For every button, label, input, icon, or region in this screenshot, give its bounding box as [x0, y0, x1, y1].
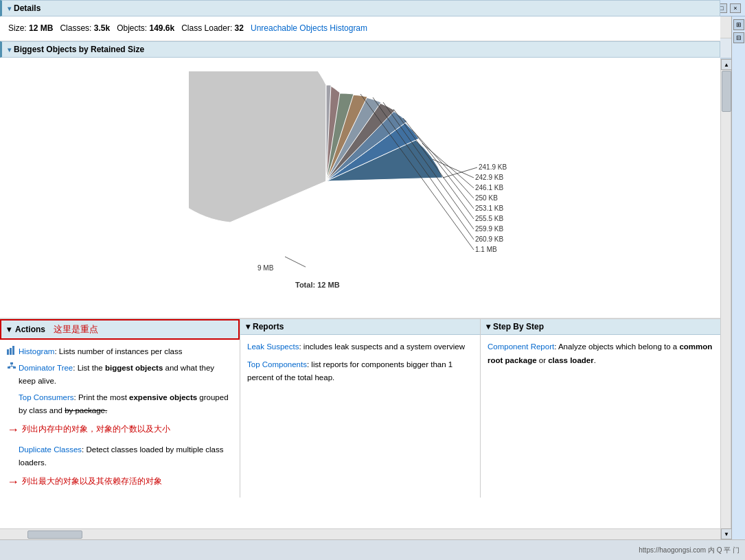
scroll-down-button[interactable]: ▼ [721, 528, 732, 539]
actions-header: ▾ Actions 这里是重点 [0, 319, 240, 340]
steps-panel: ▾ Step By Step Component Report: Analyze… [481, 319, 720, 498]
steps-arrow[interactable]: ▾ [486, 322, 490, 331]
steps-label: Step By Step [493, 322, 544, 331]
objects-label: Objects: [117, 23, 147, 33]
top-consumers-link[interactable]: Top Consumers [19, 393, 74, 401]
dominator-tree-link[interactable]: Dominator Tree [19, 364, 73, 372]
chart-header: ▾ Biggest Objects by Retained Size [0, 41, 720, 58]
close-button[interactable]: × [730, 3, 741, 13]
svg-text:242.9 KB: 242.9 KB [475, 174, 503, 181]
scroll-up-button[interactable]: ▲ [721, 59, 732, 70]
duplicate-classes-link[interactable]: Duplicate Classes [19, 445, 82, 454]
svg-rect-28 [13, 366, 16, 369]
pie-svg: 241.9 KB 242.9 KB 246.1 KB 250 KB 253.1 … [189, 71, 532, 291]
details-header: ▾ Details [0, 0, 720, 16]
svg-text:246.1 KB: 246.1 KB [475, 184, 503, 191]
classes-value: 3.5k [94, 23, 110, 33]
details-header-label: Details [14, 3, 41, 13]
steps-header: ▾ Step By Step [481, 319, 720, 335]
app-window: i dump.dat − □ × ℹ 📊 ⊞ OQL ⚙ ◀▾ ▶▾ 🔍 ℹ O… [0, 0, 745, 560]
vertical-scrollbar[interactable]: ▲ ▼ [720, 59, 731, 539]
report-item-topcomponents: Top Components: list reports for compone… [247, 358, 473, 385]
step-item-component-report: Component Report: Analyze objects which … [488, 340, 713, 367]
objects-value: 149.6k [149, 23, 174, 33]
unreachable-objects-link[interactable]: Unreachable Objects Histogram [251, 23, 367, 33]
pie-chart: 241.9 KB 242.9 KB 246.1 KB 250 KB 253.1 … [189, 71, 532, 291]
reports-label: Reports [253, 322, 284, 331]
svg-text:9 MB: 9 MB [257, 264, 274, 272]
annotation-arrow-1: → 列出内存中的对象，对象的个数以及大小 [7, 419, 233, 441]
chart-section: 241.9 KB 242.9 KB 246.1 KB 250 KB 253.1 … [0, 58, 720, 318]
svg-text:260.9 KB: 260.9 KB [475, 235, 503, 243]
chart-header-label: Biggest Objects by Retained Size [14, 45, 144, 54]
horizontal-scroll-thumb[interactable] [27, 530, 82, 539]
red-arrow-2: → [7, 471, 19, 493]
svg-line-18 [285, 257, 306, 267]
action-item-topconsumers: Top Consumers: Print the most expensive … [7, 391, 233, 418]
svg-text:259.9 KB: 259.9 KB [475, 225, 503, 233]
chart-arrow[interactable]: ▾ [8, 46, 11, 54]
details-content: Size: 12 MB Classes: 3.5k Objects: 149.6… [0, 16, 720, 41]
dominator-tree-icon [7, 362, 16, 371]
reports-arrow[interactable]: ▾ [246, 322, 250, 331]
reports-content: Leak Suspects: includes leak suspects an… [240, 335, 480, 390]
annotation-text-2: 列出最大的对象以及其依赖存活的对象 [22, 475, 162, 489]
component-report-link[interactable]: Component Report [488, 342, 554, 351]
report-item-leak: Leak Suspects: includes leak suspects an… [247, 340, 473, 354]
classloader-label: Class Loader: [181, 23, 232, 33]
main-content: ▾ Details Size: 12 MB Classes: 3.5k Obje… [0, 0, 720, 539]
actions-annotation: 这里是重点 [54, 323, 98, 336]
svg-text:250 KB: 250 KB [475, 194, 498, 202]
size-label: Size: [8, 23, 27, 33]
classes-label: Classes: [60, 23, 91, 33]
action-item-duplicates: Duplicate Classes: Detect classes loaded… [7, 443, 233, 470]
right-sidebar: ⊞ ⊟ [731, 16, 745, 560]
scroll-thumb[interactable] [722, 71, 731, 112]
statusbar-right: https://haogongsi.com 内 Q 平 门 [639, 546, 740, 555]
svg-rect-24 [10, 362, 13, 364]
svg-text:Total:  12 MB: Total: 12 MB [295, 281, 340, 289]
leak-suspects-link[interactable]: Leak Suspects [247, 342, 299, 351]
svg-rect-22 [10, 348, 12, 355]
top-components-link[interactable]: Top Components [247, 360, 307, 369]
histogram-bar-icon [7, 346, 16, 355]
actions-panel: ▾ Actions 这里是重点 Histogram: Lists number … [0, 319, 240, 498]
annotation-text-1: 列出内存中的对象，对象的个数以及大小 [22, 423, 170, 436]
action-item-dominator: Dominator Tree: List the biggest objects… [7, 362, 233, 388]
svg-rect-23 [12, 346, 14, 355]
steps-content: Component Report: Analyze objects which … [481, 335, 720, 373]
svg-text:241.9 KB: 241.9 KB [479, 163, 507, 171]
svg-rect-27 [8, 366, 10, 369]
histogram-link[interactable]: Histogram [19, 347, 54, 355]
svg-text:253.1 KB: 253.1 KB [475, 205, 503, 212]
svg-rect-21 [7, 349, 9, 355]
svg-text:1.1 MB: 1.1 MB [475, 246, 497, 253]
sidebar-btn-1[interactable]: ⊞ [733, 19, 744, 30]
reports-header: ▾ Reports [240, 319, 480, 335]
actions-content: Histogram: Lists number of instances per… [0, 340, 240, 498]
reports-panel: ▾ Reports Leak Suspects: includes leak s… [240, 319, 481, 498]
size-value: 12 MB [29, 23, 53, 33]
bottom-panels: ▾ Actions 这里是重点 Histogram: Lists number … [0, 318, 720, 498]
sidebar-btn-2[interactable]: ⊟ [733, 32, 744, 43]
actions-arrow[interactable]: ▾ [7, 325, 11, 334]
statusbar: https://haogongsi.com 内 Q 平 门 [0, 539, 745, 560]
actions-label: Actions [15, 325, 45, 334]
red-arrow-1: → [7, 419, 19, 441]
annotation-arrow-2: → 列出最大的对象以及其依赖存活的对象 [7, 471, 233, 493]
horizontal-scrollbar[interactable] [0, 528, 720, 539]
svg-text:255.5 KB: 255.5 KB [475, 215, 503, 222]
classloader-value: 32 [235, 23, 244, 33]
details-arrow[interactable]: ▾ [8, 5, 11, 12]
action-item-histogram: Histogram: Lists number of instances per… [7, 345, 233, 359]
